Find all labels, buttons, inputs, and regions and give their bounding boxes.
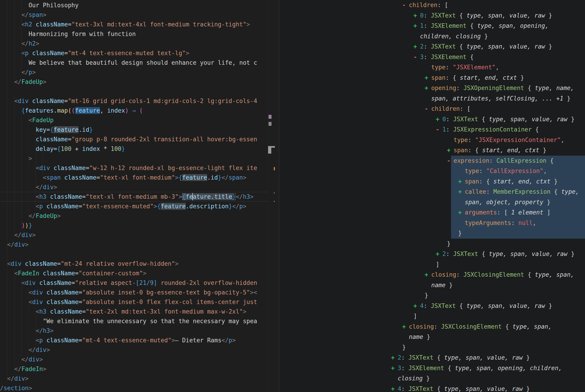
overview-ruler-scrollbar[interactable] [268,0,279,392]
ast-row[interactable]: } [279,238,585,249]
expand-icon[interactable]: + [391,363,398,374]
code-line[interactable]: </FadeUp> [0,77,279,86]
ast-row[interactable]: -expression: CallExpression { [279,156,585,166]
code-line[interactable]: </div> [0,345,279,354]
expand-icon[interactable]: + [436,114,442,125]
code-line[interactable]: <div className="w-12 h-12 rounded-xl bg-… [0,163,279,173]
code-line[interactable]: /section> [0,383,279,392]
ast-row[interactable]: -children: [ [279,0,585,10]
ast-row[interactable]: } [279,228,585,238]
code-line[interactable]: </span> [0,10,279,20]
code-line[interactable]: </FadeUp> [0,211,279,220]
expand-icon[interactable]: + [436,249,442,259]
code-line[interactable]: <p className="text-essence-muted">{featu… [0,202,279,211]
ast-row[interactable]: +2: JSXText { type, span, value, raw } [279,42,585,52]
code-line[interactable]: </h3> [0,326,279,336]
expand-icon[interactable]: + [391,352,398,363]
code-line[interactable]: key={feature.id} [0,125,279,134]
code-line[interactable]: <div className="absolute inset-0 flex fl… [0,297,279,307]
expand-icon[interactable]: + [425,270,431,280]
ast-row[interactable]: closing } [279,373,585,384]
collapse-icon[interactable]: - [447,156,454,166]
code-line[interactable]: </div> [0,240,279,249]
code-line[interactable]: <div className="relative aspect-[21/9] r… [0,278,279,288]
ast-tree-pane[interactable]: -children: [+0: JSXText { type, span, va… [279,0,585,392]
code-line[interactable]: ))} [0,220,279,230]
code-line[interactable]: "We eliminate the unnecessary so that th… [0,316,279,326]
ast-row[interactable]: +1: JSXElement { type, span, opening, [279,21,585,31]
ast-row[interactable]: +closing: JSXClosingElement { type, span… [279,270,585,280]
ast-row[interactable]: } [279,290,585,301]
expand-icon[interactable]: + [413,21,420,31]
expand-icon[interactable]: + [402,322,409,332]
ast-row[interactable]: +arguments: [ 1 element ] [279,208,585,218]
ast-row[interactable]: typeArguments: null, [279,218,585,228]
code-line[interactable]: </h2> [0,39,279,48]
code-line[interactable]: {features.map((feature, index) ⇒ ( [0,106,279,115]
expand-icon[interactable]: + [413,42,420,52]
ast-row[interactable]: +2: JSXText { type, span, value, raw } [279,249,585,259]
ast-row[interactable]: +closing: JSXClosingElement { type, span… [279,322,585,332]
code-line[interactable]: </div> [0,230,279,240]
expand-icon[interactable]: + [447,145,454,156]
code-line[interactable]: </p> [0,68,279,77]
collapse-icon[interactable]: - [413,52,420,62]
code-line[interactable] [0,249,279,259]
ast-row[interactable]: +span: { start, end, ctxt } [279,73,585,83]
collapse-icon[interactable]: - [425,104,431,114]
code-line[interactable]: </div> [0,182,279,192]
code-line[interactable]: <p className="mt-4 text-essence-muted">—… [0,336,279,345]
collapse-icon[interactable]: - [402,0,409,10]
code-line[interactable]: Harmonizing form with function [0,29,279,39]
ast-row[interactable]: -children: [ [279,104,585,114]
expand-icon[interactable]: + [425,83,431,94]
ast-row[interactable]: +span: { start, end, ctxt } [279,145,585,156]
ast-row[interactable]: -3: JSXElement { [279,52,585,62]
ast-row[interactable]: ] [279,259,585,270]
code-line[interactable]: <div className="mt-16 grid grid-cols-1 m… [0,96,279,106]
code-line-current[interactable]: <h3 className="text-xl font-medium mb-3"… [0,192,279,202]
code-line[interactable]: </div> [0,374,279,383]
ast-row[interactable]: type: "JSXExpressionContainer", [279,135,585,146]
code-line[interactable]: <FadeUp [0,115,279,125]
ast-row[interactable]: span, object, property } [279,197,585,208]
ast-row[interactable]: +span: { start, end, ctxt } [279,176,585,187]
expand-icon[interactable]: + [391,384,398,392]
code-editor-pane[interactable]: Our Philosophy</span><h2 className="text… [0,0,279,392]
ast-row[interactable]: -1: JSXExpressionContainer { [279,124,585,135]
ast-row[interactable]: +opening: JSXOpeningElement { type, name… [279,83,585,94]
code-line[interactable]: <FadeIn className="container-custom"> [0,268,279,278]
code-line[interactable]: <div className="mt-24 relative overflow-… [0,259,279,268]
expand-icon[interactable]: + [458,176,465,187]
ast-row[interactable]: +4: JSXText { type, span, value, raw } [279,384,585,392]
code-line[interactable]: Our Philosophy [0,0,279,10]
code-line[interactable]: <span className="text-xl font-medium">{f… [0,173,279,182]
expand-icon[interactable]: + [413,10,420,21]
ast-row[interactable]: span, attributes, selfClosing, ... +1 } [279,94,585,104]
expand-icon[interactable]: + [458,187,465,197]
ast-row[interactable]: name } [279,280,585,290]
code-line[interactable]: delay={100 + index * 100} [0,144,279,154]
code-line[interactable]: <p className="mt-4 text-essence-muted te… [0,48,279,58]
ast-row[interactable]: +2: JSXText { type, span, value, raw } [279,352,585,363]
ast-row[interactable]: +0: JSXText { type, span, value, raw } [279,114,585,125]
code-line[interactable]: </FadeIn> [0,364,279,374]
code-line[interactable]: <h3 className="text-2xl md:text-3xl font… [0,307,279,316]
ast-row[interactable]: children, closing } [279,31,585,42]
code-line[interactable]: <h2 className="text-3xl md:text-4xl font… [0,20,279,29]
code-line[interactable]: </div> [0,354,279,364]
code-line[interactable]: <div className="absolute inset-0 bg-esse… [0,288,279,297]
ast-row[interactable]: +3: JSXElement { type, span, opening, ch… [279,363,585,374]
ast-row[interactable]: +callee: MemberExpression { type, [279,187,585,197]
collapse-icon[interactable]: - [436,124,442,135]
code-line[interactable]: We believe that beautiful design should … [0,58,279,68]
expand-icon[interactable]: + [425,73,431,83]
code-line[interactable] [0,86,279,96]
ast-row[interactable]: } [279,342,585,353]
expand-icon[interactable]: + [458,208,465,218]
ast-row[interactable]: type: "CallExpression", [279,166,585,176]
expand-icon[interactable]: + [413,301,420,311]
ast-row[interactable]: +4: JSXText { type, span, value, raw } [279,301,585,311]
ast-row[interactable]: +0: JSXText { type, span, value, raw } [279,10,585,21]
ast-row[interactable]: ] [279,311,585,322]
